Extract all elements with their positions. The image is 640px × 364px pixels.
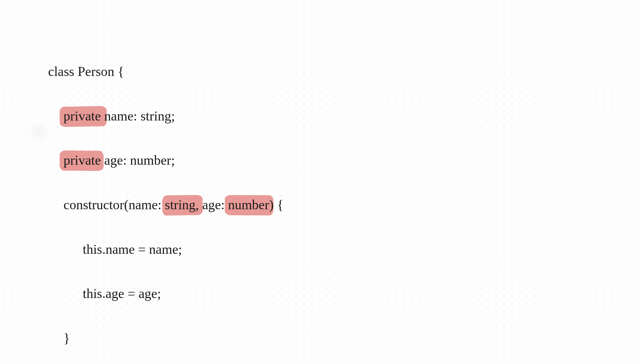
code-line-7: } [48, 327, 510, 349]
highlight-private-1: private [63, 105, 104, 127]
code-text: private [63, 153, 101, 168]
code-line-3: private age: number; [48, 149, 510, 171]
code-text: } [63, 331, 70, 345]
code-line-6: this.age = age; [48, 283, 510, 305]
code-text: ) { [269, 197, 283, 212]
code-text: string, [165, 197, 199, 212]
code-text: constructor(name: [63, 197, 165, 212]
code-text: age: [199, 197, 228, 212]
highlight-private-2: private [63, 149, 101, 171]
code-line-5: this.name = name; [48, 238, 510, 261]
code-line-2: private name: string; [48, 105, 510, 127]
highlight-string: string, [165, 194, 199, 216]
code-block: class Person { private name: string; pri… [48, 38, 510, 364]
code-text: this.name = name; [83, 242, 182, 257]
code-text: number [228, 197, 269, 212]
code-line-4: constructor(name: string, age: number) { [48, 194, 510, 216]
code-text: this.age = age; [83, 286, 161, 301]
code-text: class Person { [48, 64, 124, 79]
code-text: age: number; [101, 153, 175, 168]
highlight-number: number [228, 194, 269, 216]
cursor-indicator [30, 123, 48, 141]
code-text: private [63, 109, 104, 123]
code-text: name: string; [104, 109, 175, 123]
code-line-1: class Person { [48, 61, 510, 83]
